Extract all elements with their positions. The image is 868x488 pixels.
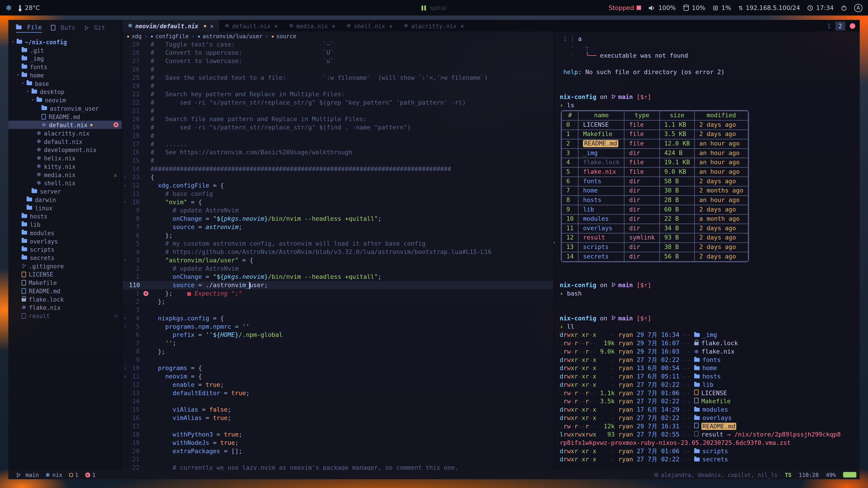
tree-item[interactable]: fonts <box>8 63 122 71</box>
code-line[interactable]: 20 extraPackages = []; <box>122 447 554 455</box>
code-line[interactable]: 12 enable = true; <box>122 381 554 389</box>
tree-item[interactable]: astronvim_user <box>8 104 122 112</box>
sidebar-tab-git[interactable]: Git <box>84 24 105 33</box>
code-line[interactable]: ▾10 "nvim" = { <box>122 198 554 206</box>
code-line[interactable]: 17# ...... <box>122 140 554 149</box>
editor-pane[interactable]: ▪xdg›▪configFile›▪astronvim/lua/user›▪so… <box>122 32 554 470</box>
code-line[interactable]: 21 <box>122 455 554 464</box>
buffer-tab[interactable]: ❄alacritty.nix× <box>398 20 469 31</box>
code-line[interactable]: 19 withNodeJs = true; <box>122 439 554 447</box>
tree-item[interactable]: ❄kitty.nix <box>8 162 122 170</box>
close-icon[interactable]: × <box>210 22 213 29</box>
code-line[interactable]: 28# Convert to uppercase: `U` <box>122 49 554 57</box>
tree-item[interactable]: result○ <box>8 312 122 320</box>
tree-item[interactable]: LICENSE <box>8 270 122 278</box>
code-line[interactable]: 7 ''; <box>122 339 554 348</box>
code-line[interactable]: ▾12 xdg.configFile = { <box>122 182 554 190</box>
tree-item[interactable]: ❄media.nix⚠ <box>8 170 122 179</box>
code-line[interactable]: 4 # https://github.com/AstroNvim/AstroNv… <box>122 248 554 256</box>
code-line[interactable]: 5 # my cusotom astronvim config, astronv… <box>122 239 554 248</box>
tree-item[interactable]: linux <box>8 203 122 212</box>
pause-icon[interactable] <box>422 5 426 10</box>
temperature-widget[interactable]: 28°C <box>18 4 40 11</box>
sidebar-tab-file[interactable]: File <box>16 24 42 33</box>
tree-item[interactable]: ▾neovim <box>8 96 122 104</box>
warning-count[interactable]: 1 <box>69 472 79 478</box>
code-line[interactable]: 7 source = astronvim; <box>122 223 554 231</box>
code-area[interactable]: 29# Toggle text's case: `~`28# Convert t… <box>122 40 554 470</box>
code-line[interactable]: 14######################################… <box>122 165 554 173</box>
error-count[interactable]: × 1 <box>85 472 96 478</box>
code-line[interactable]: 1× }; ■ Expecting ";" <box>122 289 554 298</box>
code-line[interactable]: 6 }; <box>122 231 554 240</box>
buffer-tab[interactable]: ❄neovim/default.nix●× <box>122 20 219 31</box>
code-line[interactable]: 15 viAlias = false; <box>122 405 554 414</box>
code-line[interactable]: 16 vimAlias = true; <box>122 414 554 422</box>
code-line[interactable]: 24# <box>122 82 554 90</box>
close-icon[interactable]: × <box>389 22 393 29</box>
close-icon[interactable]: × <box>460 22 464 29</box>
tree-item[interactable]: overlays <box>8 237 122 245</box>
code-line[interactable]: 26# <box>122 65 554 74</box>
tree-item[interactable]: ❄alacritty.nix <box>8 129 122 137</box>
tree-item[interactable]: ❄shell.nix <box>8 179 122 187</box>
tree-item[interactable]: .git <box>8 46 122 54</box>
code-line[interactable]: ▾4 nixpkgs.config = { <box>122 314 554 323</box>
breadcrumb-item[interactable]: ▪xdg <box>127 33 142 39</box>
close-icon[interactable]: × <box>274 22 278 29</box>
code-line[interactable]: 16# See https://astronvim.com/Basic%20Us… <box>122 148 554 157</box>
tree-item[interactable]: scripts <box>8 245 122 254</box>
code-line[interactable]: ▾11 neovim = { <box>122 372 554 381</box>
code-line[interactable]: 1 onChange = "${pkgs.neovim}/bin/nvim --… <box>122 273 554 281</box>
cpu-widget[interactable]: 1% <box>712 4 731 11</box>
tree-item[interactable]: server <box>8 187 122 195</box>
tree-root[interactable]: ▾~/nix-config <box>8 38 122 46</box>
code-line[interactable]: 25# Save the selected text to a file: `:… <box>122 74 554 82</box>
buffer-tab[interactable]: ❄media.nix× <box>283 20 341 31</box>
code-line[interactable]: 3 <box>122 306 554 314</box>
tree-item[interactable]: secrets <box>8 254 122 262</box>
tab-2[interactable]: 2 <box>835 21 845 30</box>
tree-item[interactable]: ❄default.nix●× <box>8 121 122 129</box>
code-line[interactable]: 22# sed -ri "s/pattern_str/replace_str/g… <box>122 98 554 107</box>
sidebar-tab-bufs[interactable]: Bufs <box>51 24 75 33</box>
code-line[interactable]: 8 }; <box>122 348 554 356</box>
code-line[interactable]: 9 <box>122 356 554 364</box>
code-line[interactable]: ▾5 programs.npm.npmrc = '' <box>122 323 554 331</box>
code-line[interactable]: 18# <box>122 132 554 140</box>
tree-item[interactable]: lib <box>8 220 122 229</box>
tree-item[interactable]: darwin <box>8 195 122 203</box>
code-line[interactable]: 21# <box>122 107 554 115</box>
buffer-tab[interactable]: ❄default.nix× <box>219 20 283 31</box>
tree-item[interactable]: ❄helix.nix <box>8 154 122 162</box>
code-line[interactable]: 22 # currently we use lazy.nvim as neovi… <box>122 464 554 470</box>
neo-tree-sidebar[interactable]: FileBufsGit ▾~/nix-config.git_imgfonts▾h… <box>8 20 122 470</box>
code-line[interactable]: 23# Search key pattern and Replace in Mu… <box>122 90 554 98</box>
code-line[interactable]: 19# sed -ri "s/pattern_str/replace_str/g… <box>122 123 554 132</box>
tree-item[interactable]: hosts <box>8 212 122 220</box>
tab-1[interactable]: 1 <box>824 21 834 30</box>
code-line[interactable]: 6 prefix = ''${HOME}/.npm-global <box>122 331 554 339</box>
code-line[interactable]: 2 }; <box>122 298 554 306</box>
code-line[interactable]: 17 <box>122 422 554 431</box>
code-line[interactable]: 110 source = ./astronvim_user; <box>122 281 554 289</box>
power-button[interactable] <box>841 5 847 11</box>
breadcrumb-item[interactable]: ▪source <box>272 33 296 39</box>
keyboard-layout-badge[interactable]: A <box>854 4 863 12</box>
tree-item[interactable]: ▾home <box>8 71 122 79</box>
code-line[interactable]: 29# Toggle text's case: `~` <box>122 40 554 49</box>
tree-item[interactable]: ❄flake.nix <box>8 303 122 312</box>
tree-item[interactable]: ▾desktop <box>8 88 122 96</box>
code-line[interactable]: 27# Convert to lowercase: `u` <box>122 57 554 65</box>
code-line[interactable]: ▾3 "astronvim/lua/user" = { <box>122 256 554 265</box>
code-line[interactable]: ▾13{ <box>122 173 554 182</box>
tree-item[interactable]: README.md <box>8 112 122 121</box>
tree-item[interactable]: modules <box>8 228 122 237</box>
tab-close-icon[interactable] <box>850 23 855 29</box>
tree-item[interactable]: flake.lock <box>8 295 122 303</box>
code-line[interactable]: 13 defaultEditor = true; <box>122 389 554 397</box>
code-line[interactable]: ▾10 programs = { <box>122 364 554 372</box>
tree-item[interactable]: README.md <box>8 287 122 295</box>
code-line[interactable]: 9 # update AstroNvim <box>122 206 554 215</box>
clock-widget[interactable]: 17:34 <box>807 4 834 11</box>
